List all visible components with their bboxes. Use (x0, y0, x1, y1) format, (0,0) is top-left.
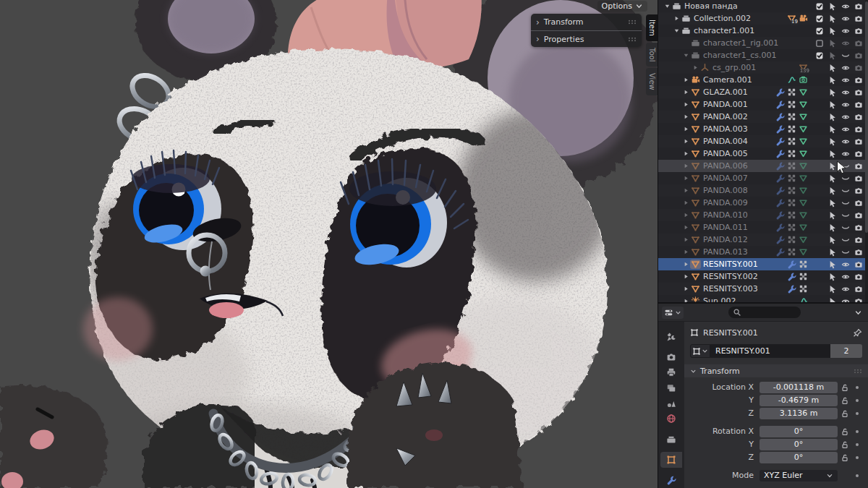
expand-right-icon[interactable] (681, 261, 690, 267)
number-field[interactable]: 0° (760, 452, 838, 463)
render-toggle[interactable] (852, 27, 865, 35)
visibility-toggle[interactable] (839, 150, 852, 158)
render-toggle[interactable] (852, 88, 865, 97)
number-field[interactable]: -0.001118 m (760, 382, 838, 393)
n-panel-section-properties[interactable]: ›Properties (531, 30, 642, 47)
expand-right-icon[interactable] (681, 200, 690, 206)
datablock-name-field[interactable]: RESNITSY.001 (710, 344, 830, 358)
n-panel-tab-view[interactable]: View (646, 68, 658, 95)
outliner-row[interactable]: RESNITSY.003 (658, 283, 868, 295)
selectable-toggle[interactable] (826, 51, 839, 60)
selectable-toggle[interactable] (826, 76, 839, 85)
outliner-row[interactable]: character1_rig.001 (658, 37, 868, 49)
visibility-toggle[interactable] (839, 174, 852, 183)
render-toggle[interactable] (852, 100, 865, 109)
outliner-row[interactable]: PANDA.010 (658, 209, 868, 221)
visibility-toggle[interactable] (839, 248, 852, 257)
outliner-row[interactable]: PANDA.001 (658, 98, 868, 111)
outliner-row[interactable]: PANDA.012 (658, 234, 868, 246)
expand-right-icon[interactable] (681, 101, 690, 108)
render-toggle[interactable] (852, 51, 865, 60)
expand-right-icon[interactable] (681, 138, 690, 145)
outliner-row[interactable]: PANDA.005 (658, 147, 868, 160)
selectable-toggle[interactable] (826, 64, 839, 72)
outliner-row[interactable]: RESNITSY.001 (658, 258, 868, 270)
editor-type-button[interactable] (662, 307, 684, 319)
properties-tab-collection[interactable] (660, 432, 682, 447)
visibility-toggle[interactable] (839, 273, 852, 281)
selectable-toggle[interactable] (826, 260, 839, 269)
expand-right-icon[interactable] (681, 249, 690, 255)
selectable-toggle[interactable] (826, 113, 839, 121)
render-toggle[interactable] (852, 2, 865, 11)
expand-right-icon[interactable] (681, 286, 690, 292)
visibility-toggle[interactable] (839, 39, 852, 48)
checkbox-toggle[interactable] (813, 2, 826, 11)
visibility-toggle[interactable] (839, 199, 852, 207)
outliner-row[interactable]: character1_cs.001 (658, 49, 868, 61)
selectable-toggle[interactable] (826, 14, 839, 23)
outliner-row[interactable]: Camera.001 (658, 74, 868, 86)
render-toggle[interactable] (852, 137, 865, 146)
selectable-toggle[interactable] (826, 100, 839, 109)
outliner-row[interactable]: PANDA.004 (658, 135, 868, 147)
animate-dot[interactable] (852, 443, 862, 446)
visibility-toggle[interactable] (839, 51, 852, 60)
checkbox-toggle[interactable] (813, 14, 826, 23)
properties-tab-scene[interactable] (660, 395, 682, 411)
selectable-toggle[interactable] (826, 211, 839, 220)
render-toggle[interactable] (852, 236, 865, 244)
outliner-row[interactable]: RESNITSY.002 (658, 270, 868, 283)
outliner-row[interactable]: Collection.00219 (658, 12, 868, 25)
animate-dot[interactable] (852, 456, 862, 459)
animate-dot[interactable] (852, 412, 862, 415)
render-toggle[interactable] (852, 14, 865, 23)
search-input[interactable] (728, 307, 801, 318)
expand-down-icon[interactable] (663, 3, 671, 9)
checkbox-toggle[interactable] (813, 39, 826, 48)
mode-dropdown[interactable]: XYZ Euler (760, 470, 838, 481)
datablock-users-button[interactable]: 2 (830, 344, 862, 358)
checkbox-toggle[interactable] (813, 27, 826, 35)
animate-dot[interactable] (852, 386, 862, 389)
selectable-toggle[interactable] (826, 39, 839, 48)
render-toggle[interactable] (852, 199, 865, 207)
render-toggle[interactable] (852, 125, 865, 134)
visibility-toggle[interactable] (839, 113, 852, 121)
pin-icon[interactable] (853, 328, 862, 338)
pin-icon[interactable] (853, 328, 862, 338)
selectable-toggle[interactable] (826, 27, 839, 35)
expand-right-icon[interactable] (681, 224, 690, 231)
expand-right-icon[interactable] (691, 64, 699, 71)
options-dropdown[interactable]: Options (597, 1, 647, 12)
selectable-toggle[interactable] (826, 248, 839, 257)
render-toggle[interactable] (852, 223, 865, 232)
outliner-row[interactable]: PANDA.008 (658, 184, 868, 197)
animate-dot[interactable] (852, 399, 862, 402)
n-panel-tab-tool[interactable]: Tool (646, 43, 658, 67)
expand-down-icon[interactable] (681, 52, 690, 59)
visibility-toggle[interactable] (839, 14, 852, 23)
lock-open-icon[interactable] (838, 427, 852, 436)
lock-open-icon[interactable] (838, 409, 852, 418)
render-toggle[interactable] (852, 150, 865, 158)
render-toggle[interactable] (852, 285, 865, 294)
render-toggle[interactable] (852, 297, 865, 304)
outliner-scrollbar[interactable] (865, 0, 868, 302)
outliner-row[interactable]: GLAZA.001 (658, 86, 868, 98)
lock-open-icon[interactable] (838, 383, 852, 392)
expand-right-icon[interactable] (681, 298, 690, 304)
render-toggle[interactable] (852, 113, 865, 121)
expand-right-icon[interactable] (681, 89, 690, 95)
selectable-toggle[interactable] (826, 187, 839, 195)
animate-dot[interactable] (852, 430, 862, 433)
visibility-toggle[interactable] (839, 88, 852, 97)
render-toggle[interactable] (852, 64, 865, 72)
3d-viewport[interactable]: Options ›Transform›Properties ItemToolVi… (0, 0, 658, 488)
selectable-toggle[interactable] (826, 88, 839, 97)
selectable-toggle[interactable] (826, 285, 839, 294)
selectable-toggle[interactable] (826, 297, 839, 304)
selectable-toggle[interactable] (826, 137, 839, 146)
selectable-toggle[interactable] (826, 223, 839, 232)
properties-tab-output[interactable] (660, 365, 682, 380)
